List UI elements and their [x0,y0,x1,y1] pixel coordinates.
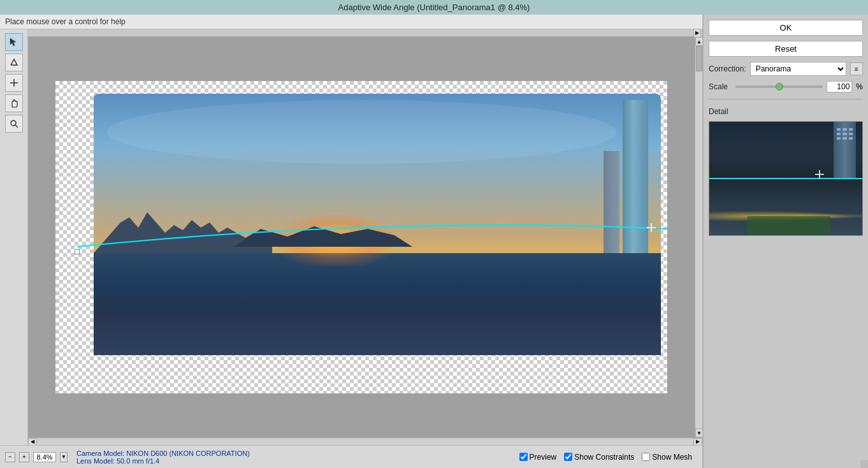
scroll-down-arrow[interactable]: ▼ [695,428,702,437]
detail-park [748,216,830,235]
lens-model-text: Lens Model: 50.0 mm f/1.4 [76,457,516,465]
correction-row: Correction: Panorama Fisheye Perspective… [709,62,863,76]
scrollbar-top: ▶ [28,29,702,37]
status-controls: Preview Show Constraints Show Mesh [519,453,692,462]
zoom-in-button[interactable]: + [19,452,29,462]
water-layer [94,253,661,355]
zoom-value-display: 8.4% [33,452,56,462]
show-constraints-checkbox-item: Show Constraints [564,453,634,462]
constraint-line [75,253,655,254]
scale-row: Scale % [709,81,863,92]
panorama-image [55,81,667,393]
reset-button[interactable]: Reset [709,41,863,57]
constraint-tool-button[interactable] [5,33,23,51]
constraint-tool-icon [9,37,19,47]
scroll-left-arrow[interactable]: ◀ [28,438,37,446]
show-mesh-checkbox[interactable] [642,453,650,461]
hand-tool-icon [9,98,19,108]
status-bar: − + 8.4% ▼ Camera Model: NIKON D600 (NIK… [0,445,702,468]
resize-grip[interactable] [860,460,868,468]
scale-slider-thumb[interactable] [776,83,783,91]
vertical-scrollbar: ▲ ▼ [695,37,702,437]
correction-extra-button[interactable]: ≡ [850,62,863,75]
zoom-tool-icon [9,119,19,129]
scroll-right-arrow[interactable]: ▶ [693,29,701,38]
detail-preview [709,121,863,236]
move-tool-icon [9,78,19,88]
panorama-canvas [28,37,695,437]
title-text: Adaptive Wide Angle (Untitled_Panorama1 … [338,3,530,12]
toolbar [0,29,28,445]
hint-text: Place mouse over a control for help [5,17,126,26]
camera-info: Camera Model: NIKON D600 (NIKON CORPORAT… [71,450,516,465]
hand-tool-button[interactable] [5,94,23,112]
correction-dropdown[interactable]: Panorama Fisheye Perspective Auto Full S… [750,62,846,76]
ok-button[interactable]: OK [709,20,863,36]
hscroll-track[interactable] [37,439,693,445]
hint-bar: Place mouse over a control for help [0,15,702,29]
zoom-out-button[interactable]: − [5,452,15,462]
svg-marker-0 [10,38,16,46]
zoom-tool-button[interactable] [5,115,23,133]
polygon-tool-icon [9,57,19,68]
zoom-dropdown-arrow[interactable]: ▼ [60,452,68,462]
preview-label: Preview [530,453,557,462]
building-windows [837,128,853,140]
scroll-up-arrow[interactable]: ▲ [695,37,702,46]
preview-checkbox[interactable] [519,453,528,461]
title-bar: Adaptive Wide Angle (Untitled_Panorama1 … [0,0,868,15]
scale-slider-track[interactable] [735,85,823,88]
show-mesh-checkbox-item: Show Mesh [642,453,692,462]
scroll-right-arrow2[interactable]: ▶ [693,438,702,446]
canvas-content-row: ▲ ▼ [28,37,702,437]
constraint-handle[interactable] [75,249,80,254]
right-separator [709,99,863,99]
canvas-area[interactable] [28,37,695,437]
polygon-tool-button[interactable] [5,54,23,71]
show-mesh-label: Show Mesh [652,453,692,462]
correction-label: Correction: [709,64,746,73]
detail-label: Detail [709,107,863,116]
svg-line-4 [15,125,18,128]
vscroll-thumb[interactable] [696,46,702,71]
detail-constraint-line [709,178,862,179]
detail-crosshair-icon [815,170,824,179]
main-layout: Place mouse over a control for help [0,15,868,468]
scale-value-input[interactable] [827,81,852,92]
right-panel: OK Reset Correction: Panorama Fisheye Pe… [702,15,868,468]
detail-crosshair [815,170,824,180]
preview-checkbox-item: Preview [519,453,557,462]
clouds [106,100,616,164]
left-panel: Place mouse over a control for help [0,15,702,468]
horizontal-scrollbar: ◀ ▶ [28,437,702,445]
canvas-toolbar-row: ▶ [0,29,702,445]
svg-point-3 [11,121,16,126]
show-constraints-checkbox[interactable] [564,453,572,461]
show-constraints-label: Show Constraints [574,453,634,462]
camera-model-text: Camera Model: NIKON D600 (NIKON CORPORAT… [76,450,516,457]
move-tool-button[interactable] [5,74,23,92]
scale-unit: % [856,82,863,91]
constraint-line-svg [75,216,655,254]
detail-building [834,122,856,179]
scale-label: Scale [709,82,732,91]
constraint-crosshair [647,223,656,232]
vscroll-track[interactable] [695,46,702,428]
canvas-wrapper: ▶ [28,29,702,445]
